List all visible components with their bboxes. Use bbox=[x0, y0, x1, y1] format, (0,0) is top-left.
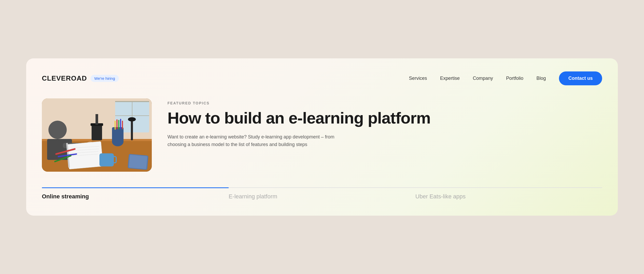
svg-rect-22 bbox=[131, 119, 133, 140]
svg-rect-16 bbox=[112, 127, 124, 142]
tab-uber-eats[interactable]: Uber Eats-like apps bbox=[415, 188, 602, 200]
svg-point-23 bbox=[128, 117, 136, 121]
svg-rect-21 bbox=[122, 121, 123, 129]
nav-portfolio[interactable]: Portfolio bbox=[506, 76, 523, 81]
svg-rect-20 bbox=[120, 119, 121, 129]
article-info: FEATURED TOPICS How to build an e-learni… bbox=[167, 98, 602, 148]
main-nav: Services Expertise Company Portfolio Blo… bbox=[409, 71, 602, 85]
svg-rect-19 bbox=[118, 120, 119, 129]
svg-rect-31 bbox=[99, 153, 114, 166]
svg-rect-5 bbox=[115, 115, 149, 116]
main-content: FEATURED TOPICS How to build an e-learni… bbox=[42, 93, 602, 182]
article-title: How to build an e-learning platform bbox=[167, 109, 602, 127]
tab-elearning-platform-label: E-learning platform bbox=[229, 193, 277, 200]
tabs-track: Online streaming E-learning platform Ube… bbox=[42, 188, 602, 200]
logo-text: CLEVEROAD bbox=[42, 74, 87, 82]
tab-uber-eats-label: Uber Eats-like apps bbox=[415, 193, 466, 200]
tab-elearning-platform[interactable]: E-learning platform bbox=[229, 188, 416, 200]
tab-online-streaming-label: Online streaming bbox=[42, 193, 89, 200]
svg-rect-12 bbox=[92, 125, 102, 140]
svg-rect-37 bbox=[129, 155, 147, 169]
logo-area: CLEVEROAD We're hiring bbox=[42, 74, 119, 82]
nav-blog[interactable]: Blog bbox=[536, 76, 546, 81]
svg-rect-18 bbox=[116, 119, 117, 129]
svg-rect-14 bbox=[96, 114, 98, 125]
tabs-section: Online streaming E-learning platform Ube… bbox=[42, 187, 602, 200]
article-image-card[interactable] bbox=[42, 98, 152, 172]
contact-us-button[interactable]: Contact us bbox=[559, 71, 602, 85]
featured-label: FEATURED TOPICS bbox=[167, 101, 602, 105]
hiring-badge[interactable]: We're hiring bbox=[91, 75, 119, 82]
tab-online-streaming[interactable]: Online streaming bbox=[42, 188, 229, 200]
header: CLEVEROAD We're hiring Services Expertis… bbox=[42, 69, 602, 93]
nav-services[interactable]: Services bbox=[409, 76, 427, 81]
svg-rect-24 bbox=[67, 142, 103, 169]
article-description: Want to create an e-learning website? St… bbox=[167, 133, 345, 148]
article-image bbox=[42, 98, 152, 172]
svg-point-8 bbox=[48, 121, 67, 139]
page-container: CLEVEROAD We're hiring Services Expertis… bbox=[26, 58, 618, 216]
nav-expertise[interactable]: Expertise bbox=[440, 76, 460, 81]
svg-rect-17 bbox=[115, 121, 116, 130]
nav-company[interactable]: Company bbox=[473, 76, 493, 81]
